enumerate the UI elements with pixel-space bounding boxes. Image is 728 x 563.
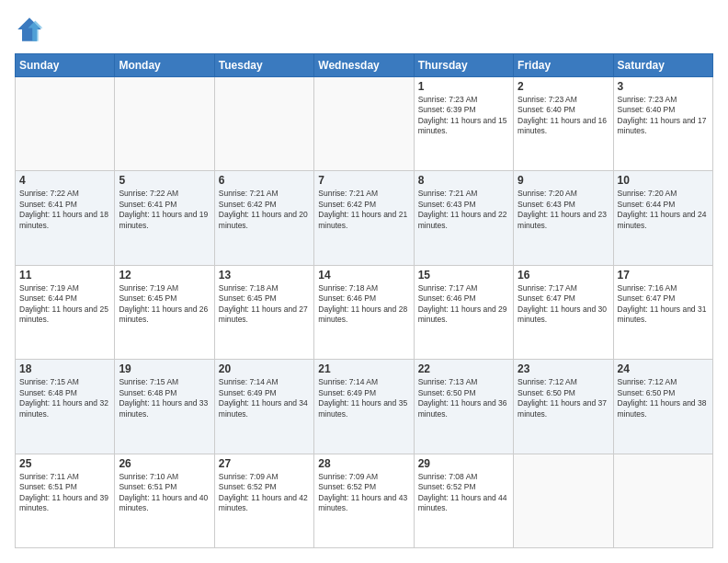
logo-icon: [15, 15, 44, 44]
col-header-sunday: Sunday: [16, 54, 115, 77]
calendar-cell: 19Sunrise: 7:15 AMSunset: 6:48 PMDayligh…: [115, 360, 214, 454]
day-number: 5: [119, 174, 210, 187]
calendar-cell: 8Sunrise: 7:21 AMSunset: 6:43 PMDaylight…: [414, 171, 513, 265]
calendar-cell: 1Sunrise: 7:23 AMSunset: 6:39 PMDaylight…: [414, 77, 513, 171]
calendar-cell: 11Sunrise: 7:19 AMSunset: 6:44 PMDayligh…: [16, 265, 115, 359]
calendar-cell: 17Sunrise: 7:16 AMSunset: 6:47 PMDayligh…: [613, 265, 712, 359]
day-info: Sunrise: 7:17 AMSunset: 6:46 PMDaylight:…: [418, 283, 509, 326]
day-info: Sunrise: 7:09 AMSunset: 6:52 PMDaylight:…: [219, 472, 310, 514]
day-number: 26: [119, 457, 210, 470]
col-header-tuesday: Tuesday: [214, 54, 313, 77]
day-info: Sunrise: 7:11 AMSunset: 6:51 PMDaylight:…: [19, 472, 110, 514]
col-header-wednesday: Wednesday: [314, 54, 414, 77]
day-number: 22: [418, 362, 509, 375]
day-info: Sunrise: 7:21 AMSunset: 6:42 PMDaylight:…: [318, 189, 409, 231]
day-number: 11: [19, 269, 110, 282]
day-info: Sunrise: 7:13 AMSunset: 6:50 PMDaylight:…: [418, 377, 509, 419]
calendar-cell: 2Sunrise: 7:23 AMSunset: 6:40 PMDaylight…: [514, 77, 613, 171]
day-info: Sunrise: 7:23 AMSunset: 6:40 PMDaylight:…: [518, 95, 609, 137]
day-number: 4: [19, 174, 110, 187]
day-info: Sunrise: 7:18 AMSunset: 6:45 PMDaylight:…: [219, 283, 310, 326]
col-header-thursday: Thursday: [414, 54, 513, 77]
calendar-cell: 26Sunrise: 7:10 AMSunset: 6:51 PMDayligh…: [115, 454, 214, 547]
calendar-cell: [214, 77, 313, 171]
header: [15, 15, 713, 44]
day-number: 14: [318, 269, 409, 282]
day-info: Sunrise: 7:20 AMSunset: 6:44 PMDaylight:…: [618, 189, 709, 231]
calendar-cell: [613, 454, 712, 547]
day-info: Sunrise: 7:17 AMSunset: 6:47 PMDaylight:…: [518, 283, 609, 326]
day-info: Sunrise: 7:23 AMSunset: 6:39 PMDaylight:…: [418, 95, 509, 137]
day-info: Sunrise: 7:15 AMSunset: 6:48 PMDaylight:…: [19, 377, 110, 419]
calendar-cell: [314, 77, 414, 171]
calendar-cell: 3Sunrise: 7:23 AMSunset: 6:40 PMDaylight…: [613, 77, 712, 171]
calendar-cell: 9Sunrise: 7:20 AMSunset: 6:43 PMDaylight…: [514, 171, 613, 265]
calendar-cell: 15Sunrise: 7:17 AMSunset: 6:46 PMDayligh…: [414, 265, 513, 359]
day-number: 15: [418, 269, 509, 282]
calendar-cell: 6Sunrise: 7:21 AMSunset: 6:42 PMDaylight…: [214, 171, 313, 265]
day-info: Sunrise: 7:16 AMSunset: 6:47 PMDaylight:…: [618, 283, 709, 326]
day-number: 23: [518, 362, 609, 375]
day-number: 2: [518, 80, 609, 93]
calendar-cell: 16Sunrise: 7:17 AMSunset: 6:47 PMDayligh…: [514, 265, 613, 359]
day-number: 1: [418, 80, 509, 93]
day-number: 3: [618, 80, 709, 93]
calendar-cell: [514, 454, 613, 547]
day-info: Sunrise: 7:14 AMSunset: 6:49 PMDaylight:…: [318, 377, 409, 419]
col-header-saturday: Saturday: [613, 54, 712, 77]
calendar-cell: 21Sunrise: 7:14 AMSunset: 6:49 PMDayligh…: [314, 360, 414, 454]
calendar-cell: 25Sunrise: 7:11 AMSunset: 6:51 PMDayligh…: [16, 454, 115, 547]
day-number: 28: [318, 457, 409, 470]
calendar-cell: 22Sunrise: 7:13 AMSunset: 6:50 PMDayligh…: [414, 360, 513, 454]
day-info: Sunrise: 7:22 AMSunset: 6:41 PMDaylight:…: [119, 189, 210, 231]
day-number: 21: [318, 362, 409, 375]
day-number: 12: [119, 269, 210, 282]
day-number: 13: [219, 269, 310, 282]
page: SundayMondayTuesdayWednesdayThursdayFrid…: [0, 0, 728, 563]
calendar-cell: 23Sunrise: 7:12 AMSunset: 6:50 PMDayligh…: [514, 360, 613, 454]
col-header-monday: Monday: [115, 54, 214, 77]
day-number: 6: [219, 174, 310, 187]
day-number: 8: [418, 174, 509, 187]
day-info: Sunrise: 7:21 AMSunset: 6:42 PMDaylight:…: [219, 189, 310, 231]
day-info: Sunrise: 7:14 AMSunset: 6:49 PMDaylight:…: [219, 377, 310, 419]
day-info: Sunrise: 7:12 AMSunset: 6:50 PMDaylight:…: [518, 377, 609, 419]
day-number: 25: [19, 457, 110, 470]
day-number: 29: [418, 457, 509, 470]
calendar-cell: 24Sunrise: 7:12 AMSunset: 6:50 PMDayligh…: [613, 360, 712, 454]
day-number: 18: [19, 362, 110, 375]
day-info: Sunrise: 7:20 AMSunset: 6:43 PMDaylight:…: [518, 189, 609, 231]
day-info: Sunrise: 7:21 AMSunset: 6:43 PMDaylight:…: [418, 189, 509, 231]
calendar-table: SundayMondayTuesdayWednesdayThursdayFrid…: [15, 53, 713, 548]
day-number: 7: [318, 174, 409, 187]
day-info: Sunrise: 7:23 AMSunset: 6:40 PMDaylight:…: [618, 95, 709, 137]
calendar-cell: [115, 77, 214, 171]
calendar-cell: 27Sunrise: 7:09 AMSunset: 6:52 PMDayligh…: [214, 454, 313, 547]
calendar-cell: 29Sunrise: 7:08 AMSunset: 6:52 PMDayligh…: [414, 454, 513, 547]
calendar-cell: 10Sunrise: 7:20 AMSunset: 6:44 PMDayligh…: [613, 171, 712, 265]
day-info: Sunrise: 7:08 AMSunset: 6:52 PMDaylight:…: [418, 472, 509, 514]
day-number: 19: [119, 362, 210, 375]
calendar-cell: 5Sunrise: 7:22 AMSunset: 6:41 PMDaylight…: [115, 171, 214, 265]
day-info: Sunrise: 7:19 AMSunset: 6:45 PMDaylight:…: [119, 283, 210, 326]
calendar-cell: 13Sunrise: 7:18 AMSunset: 6:45 PMDayligh…: [214, 265, 313, 359]
calendar-cell: 4Sunrise: 7:22 AMSunset: 6:41 PMDaylight…: [16, 171, 115, 265]
calendar-cell: 12Sunrise: 7:19 AMSunset: 6:45 PMDayligh…: [115, 265, 214, 359]
day-info: Sunrise: 7:10 AMSunset: 6:51 PMDaylight:…: [119, 472, 210, 514]
day-info: Sunrise: 7:18 AMSunset: 6:46 PMDaylight:…: [318, 283, 409, 326]
day-info: Sunrise: 7:15 AMSunset: 6:48 PMDaylight:…: [119, 377, 210, 419]
calendar-cell: 7Sunrise: 7:21 AMSunset: 6:42 PMDaylight…: [314, 171, 414, 265]
day-info: Sunrise: 7:12 AMSunset: 6:50 PMDaylight:…: [618, 377, 709, 419]
calendar-cell: 14Sunrise: 7:18 AMSunset: 6:46 PMDayligh…: [314, 265, 414, 359]
day-number: 16: [518, 269, 609, 282]
day-info: Sunrise: 7:09 AMSunset: 6:52 PMDaylight:…: [318, 472, 409, 514]
day-number: 10: [618, 174, 709, 187]
calendar-cell: 18Sunrise: 7:15 AMSunset: 6:48 PMDayligh…: [16, 360, 115, 454]
logo: [15, 15, 46, 44]
day-info: Sunrise: 7:19 AMSunset: 6:44 PMDaylight:…: [19, 283, 110, 326]
calendar-cell: [16, 77, 115, 171]
calendar-cell: 28Sunrise: 7:09 AMSunset: 6:52 PMDayligh…: [314, 454, 414, 547]
day-number: 24: [618, 362, 709, 375]
day-number: 27: [219, 457, 310, 470]
day-number: 9: [518, 174, 609, 187]
